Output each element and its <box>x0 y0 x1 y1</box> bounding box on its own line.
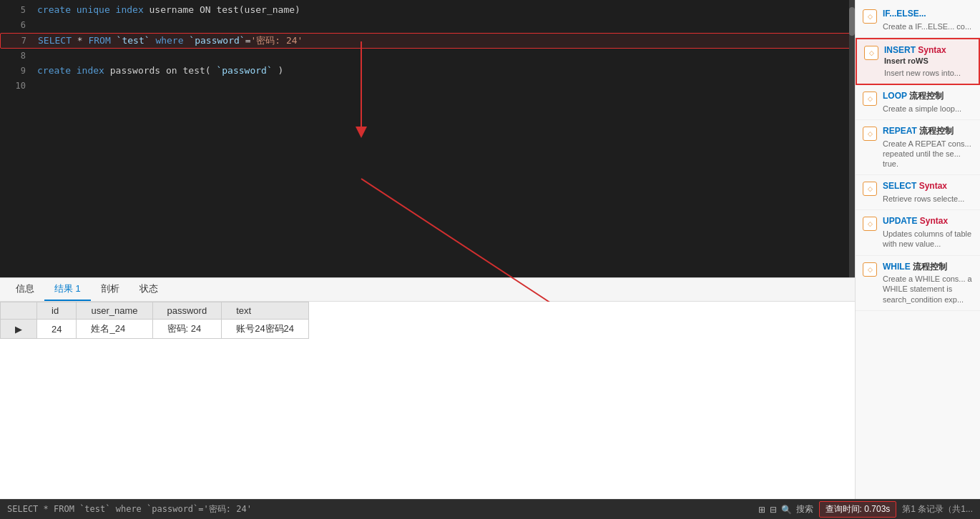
sidebar-desc-ifelse: Create a IF...ELSE... co... <box>883 21 973 31</box>
sidebar-item-select[interactable]: ◇ SELECT Syntax Retrieve rows selecte... <box>856 175 980 210</box>
table-row[interactable]: ▶ 24 姓名_24 密码: 24 账号24密码24 <box>1 320 309 339</box>
code-icon-insert: ◇ <box>864 46 878 60</box>
code-icon-repeat: ◇ <box>863 127 877 141</box>
sidebar-title-ifelse: IF...ELSE... <box>883 9 973 20</box>
sidebar-text-update: UPDATE Syntax Updates columns of table w… <box>883 216 973 249</box>
scrollbar[interactable] <box>849 0 855 277</box>
code-icon-loop: ◇ <box>863 92 877 106</box>
sidebar-title-insert: INSERT Syntax Insert roWS <box>884 45 971 66</box>
line-number: 10 <box>6 79 26 93</box>
sidebar-text-repeat: REPEAT 流程控制 Create A REPEAT cons... repe… <box>883 126 973 169</box>
code-icon-update: ◇ <box>863 217 877 231</box>
sidebar-text-insert: INSERT Syntax Insert roWS Insert new row… <box>884 45 971 78</box>
query-time-box: 查询时间: 0.703s <box>819 501 897 518</box>
tabs-bar: 信息 结果 1 剖析 状态 <box>0 278 855 302</box>
col-header-text: text <box>222 302 309 320</box>
tab-profiling[interactable]: 剖析 <box>91 278 129 301</box>
line-number: 8 <box>6 49 26 63</box>
results-content: id user_name password text ▶ 24 姓名_24 密码… <box>0 302 855 499</box>
table-header-row: id user_name password text <box>1 302 309 320</box>
line-number: 5 <box>6 4 26 17</box>
sidebar-title-loop: LOOP 流程控制 <box>883 91 973 102</box>
row-indicator: ▶ <box>1 320 37 339</box>
sidebar-desc-select: Retrieve rows selecte... <box>883 194 973 204</box>
cell-text: 账号24密码24 <box>222 320 309 339</box>
code-line-10: 10 <box>0 79 855 94</box>
sidebar-text-select: SELECT Syntax Retrieve rows selecte... <box>883 181 973 204</box>
search-label: 搜索 <box>796 503 813 515</box>
results-panel: 信息 结果 1 剖析 状态 id user_name password text <box>0 277 855 499</box>
sidebar-text-ifelse: IF...ELSE... Create a IF...ELSE... co... <box>883 9 973 31</box>
sidebar-desc-insert: Insert new rows into... <box>884 68 971 78</box>
col-header-indicator <box>1 302 37 320</box>
sidebar-title-update: UPDATE Syntax <box>883 216 973 227</box>
editor-area: 5create unique index username ON test(us… <box>0 0 855 499</box>
code-line-7: 7SELECT * FROM `test` where `password`='… <box>0 33 855 49</box>
cell-username: 姓名_24 <box>77 320 152 339</box>
code-line-9: 9create index passwords on test( `passwo… <box>0 64 855 79</box>
sidebar-title-select: SELECT Syntax <box>883 181 973 192</box>
sidebar-desc-loop: Create a simple loop... <box>883 104 973 114</box>
sidebar-item-loop[interactable]: ◇ LOOP 流程控制 Create a simple loop... <box>856 85 980 120</box>
search-icon[interactable]: 🔍 <box>781 505 792 515</box>
col-header-password: password <box>152 302 222 320</box>
code-editor: 5create unique index username ON test(us… <box>0 0 855 277</box>
col-header-username: user_name <box>77 302 152 320</box>
line-content <box>37 79 849 94</box>
sidebar-item-update[interactable]: ◇ UPDATE Syntax Updates columns of table… <box>856 210 980 255</box>
line-content: SELECT * FROM `test` where `password`='密… <box>38 34 848 49</box>
sidebar-desc-while: Create a WHILE cons... a WHILE statement… <box>883 274 973 305</box>
tab-info[interactable]: 信息 <box>6 278 44 301</box>
line-content: create unique index username ON test(use… <box>37 3 849 18</box>
table-icon[interactable]: ⊟ <box>770 505 777 515</box>
line-number: 6 <box>6 19 26 32</box>
status-icons: ⊞ ⊟ 🔍 搜索 <box>758 503 813 515</box>
sidebar-desc-update: Updates columns of table with new value.… <box>883 229 973 249</box>
line-number: 9 <box>6 64 26 78</box>
status-right: ⊞ ⊟ 🔍 搜索 查询时间: 0.703s 第1 条记录（共1... <box>758 501 973 518</box>
main-container: 5create unique index username ON test(us… <box>0 0 980 499</box>
page-info: 第1 条记录（共1... <box>902 503 973 515</box>
status-query-text: SELECT * FROM `test` where `password`='密… <box>7 503 252 515</box>
sidebar-item-repeat[interactable]: ◇ REPEAT 流程控制 Create A REPEAT cons... re… <box>856 120 980 175</box>
line-content <box>37 49 849 64</box>
sidebar-item-while[interactable]: ◇ WHILE 流程控制 Create a WHILE cons... a WH… <box>856 256 980 311</box>
line-content <box>37 18 849 33</box>
code-line-5: 5create unique index username ON test(us… <box>0 3 855 18</box>
editor-wrapper: 5create unique index username ON test(us… <box>0 0 855 277</box>
code-icon-ifelse: ◇ <box>863 9 877 24</box>
line-number: 7 <box>6 34 26 48</box>
result-table: id user_name password text ▶ 24 姓名_24 密码… <box>0 302 309 339</box>
tab-results[interactable]: 结果 1 <box>44 278 91 301</box>
code-icon-select: ◇ <box>863 182 877 196</box>
status-bar: SELECT * FROM `test` where `password`='密… <box>0 499 980 519</box>
line-content: create index passwords on test( `passwor… <box>37 64 849 79</box>
sidebar-item-insert[interactable]: ◇ INSERT Syntax Insert roWS Insert new r… <box>856 38 980 85</box>
sidebar-text-loop: LOOP 流程控制 Create a simple loop... <box>883 91 973 114</box>
sidebar-title-repeat: REPEAT 流程控制 <box>883 126 973 137</box>
tab-status[interactable]: 状态 <box>129 278 168 301</box>
cell-password: 密码: 24 <box>152 320 222 339</box>
scrollbar-thumb <box>849 7 855 36</box>
col-header-id: id <box>37 302 77 320</box>
code-line-6: 6 <box>0 18 855 33</box>
code-icon-while: ◇ <box>863 262 877 277</box>
grid-icon[interactable]: ⊞ <box>758 505 765 515</box>
sidebar-text-while: WHILE 流程控制 Create a WHILE cons... a WHIL… <box>883 262 973 305</box>
right-sidebar: ◇ IF...ELSE... Create a IF...ELSE... co.… <box>855 0 980 499</box>
sidebar-item-ifelse[interactable]: ◇ IF...ELSE... Create a IF...ELSE... co.… <box>856 3 980 38</box>
sidebar-desc-repeat: Create A REPEAT cons... repeated until t… <box>883 139 973 169</box>
sidebar-title-while: WHILE 流程控制 <box>883 262 973 273</box>
code-line-8: 8 <box>0 49 855 64</box>
cell-id: 24 <box>37 320 77 339</box>
